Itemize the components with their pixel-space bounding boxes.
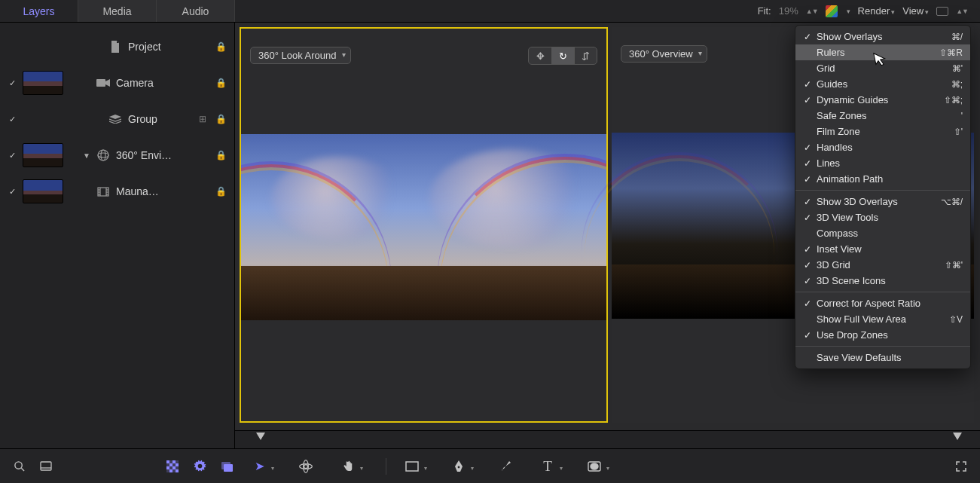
menu-item-film-zone[interactable]: Film Zone⇧' (795, 124, 970, 139)
viewport-right-mode[interactable]: 360° Overview (621, 45, 707, 63)
visibility-checkbox[interactable]: ✓ (8, 151, 17, 160)
chevron-down-icon[interactable]: ▾ (471, 465, 474, 472)
layer-row[interactable]: ✓Group⊞🔒 (0, 101, 234, 137)
camera-icon (96, 77, 110, 89)
menu-item-show-full-view-area[interactable]: Show Full View Area⇧V (795, 311, 970, 327)
lock-icon[interactable]: 🔒 (215, 150, 227, 160)
menu-label: Compass (814, 228, 963, 239)
tab-layers[interactable]: Layers (0, 0, 78, 22)
view-dropdown-menu: ✓Show Overlays⌘/Rulers⇧⌘RGrid⌘'✓Guides⌘;… (795, 25, 971, 369)
chevron-down-icon[interactable]: ▾ (424, 465, 427, 472)
text-tool-icon[interactable]: T (537, 456, 558, 477)
menu-label: 3D View Tools (814, 212, 963, 223)
checker-icon[interactable] (164, 458, 181, 475)
layer-row[interactable]: ✓Mauna…🔒 (0, 173, 234, 209)
playhead-start-icon[interactable] (256, 433, 265, 440)
lock-icon[interactable]: 🔒 (215, 41, 227, 52)
lock-icon[interactable]: 🔒 (215, 78, 227, 88)
layer-row[interactable]: ✓▼360° Envi…🔒 (0, 137, 234, 173)
fullscreen-icon[interactable] (953, 458, 969, 475)
rect-tool-icon[interactable] (401, 456, 423, 477)
svg-rect-22 (166, 466, 169, 469)
svg-rect-27 (224, 464, 233, 472)
chevron-down-icon[interactable]: ▾ (271, 465, 274, 472)
menu-item-show-overlays[interactable]: ✓Show Overlays⌘/ (795, 29, 970, 44)
chevron-down-icon[interactable]: ▾ (360, 465, 363, 472)
fit-percent[interactable]: 19% (779, 5, 798, 17)
link-icon[interactable]: ⊞ (197, 114, 209, 124)
check-icon: ✓ (801, 212, 814, 223)
viewport-left[interactable]: 360° Look Around ✥ ↻ ⇵ (240, 27, 608, 423)
layout-stepper-icon[interactable]: ▲▼ (956, 8, 968, 15)
svg-rect-23 (172, 466, 176, 469)
chevron-down-icon[interactable]: ▾ (560, 465, 563, 472)
menu-item-guides[interactable]: ✓Guides⌘; (795, 76, 970, 92)
menu-item-lines[interactable]: ✓Lines (795, 155, 970, 171)
menu-item-safe-zones[interactable]: Safe Zones' (795, 108, 970, 124)
playhead-end-icon[interactable] (953, 433, 962, 440)
menu-item-inset-view[interactable]: ✓Inset View (795, 241, 970, 257)
layer-row[interactable]: Project🔒 (0, 29, 234, 65)
svg-point-3 (101, 150, 105, 160)
stack-icon[interactable] (218, 458, 235, 475)
menu-item-handles[interactable]: ✓Handles (795, 139, 970, 155)
tab-audio[interactable]: Audio (157, 0, 235, 22)
menu-item-show-3d-overlays[interactable]: ✓Show 3D Overlays⌥⌘/ (795, 194, 970, 209)
timeline-ruler[interactable] (235, 430, 980, 448)
view-menu-button[interactable]: View▾ (902, 5, 929, 17)
gear-icon[interactable] (191, 458, 208, 475)
svg-rect-19 (172, 460, 176, 463)
svg-rect-25 (176, 469, 179, 472)
film-icon (96, 185, 110, 197)
menu-item-3d-view-tools[interactable]: ✓3D View Tools (795, 209, 970, 225)
menu-shortcut: ⌘; (951, 79, 963, 90)
menu-label: Show 3D Overlays (814, 196, 941, 207)
menu-item-save-view-defaults[interactable]: Save View Defaults (795, 350, 970, 365)
menu-item-use-drop-zones[interactable]: ✓Use Drop Zones (795, 327, 970, 343)
mask-tool-icon[interactable] (584, 456, 605, 477)
nav-pan-icon[interactable]: ✥ (529, 47, 551, 64)
check-icon: ✓ (801, 197, 814, 207)
lock-icon[interactable]: 🔒 (215, 114, 227, 124)
lock-icon[interactable]: 🔒 (215, 186, 227, 197)
menu-label: Use Drop Zones (814, 329, 963, 341)
svg-point-34 (591, 463, 598, 469)
fit-stepper-icon[interactable]: ▲▼ (806, 8, 818, 15)
viewport-content (241, 134, 606, 320)
check-icon: ✓ (801, 95, 814, 105)
layer-row[interactable]: ✓Camera🔒 (0, 65, 234, 101)
viewport-left-mode[interactable]: 360° Look Around (250, 47, 351, 64)
render-menu[interactable]: Render▾ (858, 5, 896, 17)
visibility-checkbox[interactable] (8, 42, 17, 51)
check-icon: ✓ (801, 142, 814, 153)
check-icon: ✓ (801, 330, 814, 341)
visibility-checkbox[interactable]: ✓ (8, 115, 17, 124)
search-icon[interactable] (11, 458, 27, 475)
svg-point-1 (98, 150, 108, 160)
orbit3d-tool-icon[interactable] (295, 456, 316, 477)
tab-media[interactable]: Media (78, 0, 157, 22)
menu-item-dynamic-guides[interactable]: ✓Dynamic Guides⇧⌘; (795, 92, 970, 108)
menu-item-3d-grid[interactable]: ✓3D Grid⇧⌘' (795, 257, 970, 273)
disclosure-icon[interactable]: ▼ (83, 151, 90, 160)
menu-label: Animation Path (814, 173, 963, 185)
nav-orbit-icon[interactable]: ↻ (551, 47, 574, 64)
chevron-down-icon[interactable]: ▾ (606, 465, 609, 472)
pen-tool-icon[interactable] (448, 456, 469, 477)
pointer-tool-icon[interactable]: ➤ (249, 456, 270, 477)
menu-item-3d-scene-icons[interactable]: ✓3D Scene Icons (795, 273, 970, 289)
menu-item-correct-for-aspect-ratio[interactable]: ✓Correct for Aspect Ratio (795, 295, 970, 311)
menu-label: Show Overlays (814, 31, 951, 42)
layer-thumbnail (23, 71, 63, 95)
layer-label: Group (128, 113, 191, 125)
visibility-checkbox[interactable]: ✓ (8, 78, 17, 87)
brush-tool-icon[interactable] (495, 456, 516, 477)
nav-dolly-icon[interactable]: ⇵ (574, 47, 597, 64)
visibility-checkbox[interactable]: ✓ (8, 187, 17, 196)
color-channel-swatch[interactable] (826, 5, 838, 17)
menu-item-compass[interactable]: Compass (795, 225, 970, 241)
layout-toggle-icon[interactable] (936, 7, 948, 16)
canvas-layout-icon[interactable] (38, 458, 54, 475)
hand-tool-icon[interactable] (337, 456, 359, 477)
menu-item-animation-path[interactable]: ✓Animation Path (795, 171, 970, 187)
